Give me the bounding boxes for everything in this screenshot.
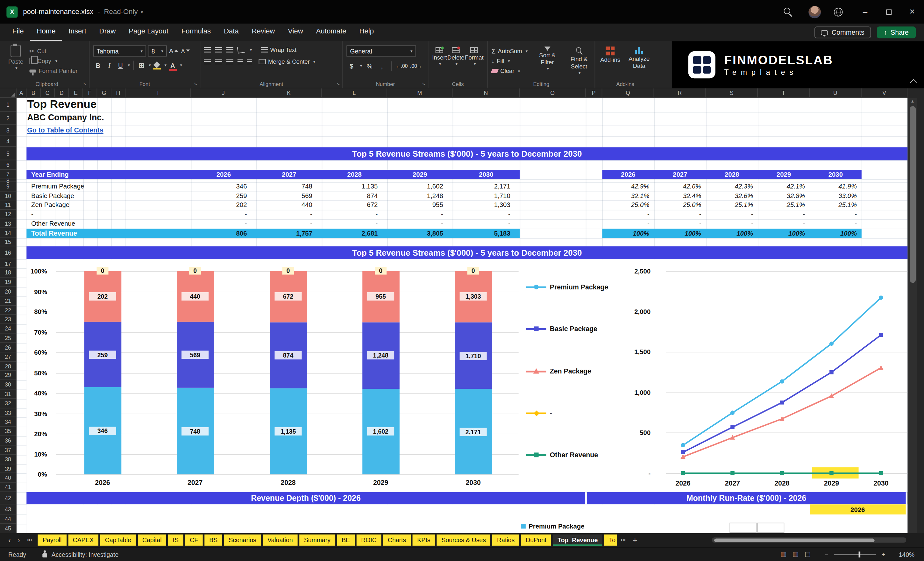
column-header-J[interactable]: J [191, 88, 256, 98]
cell-pct[interactable]: 42.1% [760, 182, 805, 191]
dialog-launcher-icon[interactable]: ↘ [336, 81, 340, 87]
cell-value[interactable]: 259 [193, 191, 247, 201]
sheet-tab-bs[interactable]: BS [204, 535, 222, 546]
sheet-tab-sources-uses[interactable]: Sources & Uses [437, 535, 490, 546]
dialog-launcher-icon[interactable]: ↘ [194, 81, 197, 87]
column-header-K[interactable]: K [256, 88, 322, 98]
sheet-tab-to[interactable]: To [604, 535, 617, 546]
page-break-view-icon[interactable]: ▤ [805, 550, 811, 558]
column-header-G[interactable]: G [97, 88, 111, 98]
column-header-A[interactable]: A [16, 88, 26, 98]
decrease-indent-icon[interactable] [237, 59, 243, 64]
cell-value[interactable]: - [324, 219, 378, 228]
align-center-icon[interactable] [215, 59, 222, 64]
search-icon[interactable] [784, 8, 792, 16]
page-layout-view-icon[interactable]: ▥ [792, 550, 798, 558]
accounting-format-button[interactable]: $ [346, 61, 356, 71]
row-header-32[interactable]: 32 [0, 399, 16, 408]
cell-value[interactable]: 1,602 [389, 182, 443, 191]
format-painter-button[interactable]: Format Painter [29, 66, 78, 76]
cell-value[interactable]: 1,135 [324, 182, 378, 191]
cell-pct[interactable]: - [604, 219, 650, 228]
cell-value[interactable]: 748 [258, 182, 312, 191]
menu-formulas[interactable]: Formulas [175, 24, 217, 41]
row-header-9[interactable]: 9 [0, 182, 16, 191]
cell-pct[interactable]: - [708, 219, 753, 228]
zoom-level[interactable]: 140% [893, 551, 915, 558]
row-header-10[interactable]: 10 [0, 191, 16, 201]
cell-pct[interactable]: - [812, 210, 857, 219]
cut-button[interactable]: ✂Cut [29, 46, 78, 56]
cell-pct[interactable]: - [708, 210, 753, 219]
row-header-36[interactable]: 36 [0, 436, 16, 446]
cell-value[interactable]: 569 [258, 191, 312, 201]
column-header-U[interactable]: U [810, 88, 862, 98]
column-header-T[interactable]: T [758, 88, 810, 98]
cell-value[interactable]: 955 [389, 201, 443, 210]
cell-value[interactable]: - [455, 219, 510, 228]
align-right-icon[interactable] [226, 59, 233, 64]
insert-cells-button[interactable]: Insert▾ [432, 47, 447, 80]
row-header-6[interactable]: 6 [0, 160, 16, 170]
cell-value[interactable]: 202 [193, 201, 247, 210]
cell-value[interactable]: - [193, 210, 247, 219]
row-header-37[interactable]: 37 [0, 446, 16, 454]
row-header-39[interactable]: 39 [0, 464, 16, 474]
cell-pct[interactable]: - [657, 219, 702, 228]
share-button[interactable]: ↑Share [877, 26, 916, 38]
row-header-34[interactable]: 34 [0, 417, 16, 427]
italic-button[interactable]: I [104, 60, 114, 70]
read-only-badge[interactable]: Read-Only [104, 8, 138, 16]
cell-value[interactable]: 672 [324, 201, 378, 210]
column-header-P[interactable]: P [586, 88, 602, 98]
column-header-O[interactable]: O [520, 88, 585, 98]
row-header-22[interactable]: 22 [0, 306, 16, 315]
cell-value[interactable]: 2,171 [455, 182, 510, 191]
cell-value[interactable]: 874 [324, 191, 378, 201]
menu-draw[interactable]: Draw [93, 24, 122, 41]
menu-view[interactable]: View [282, 24, 309, 41]
cell-value[interactable]: - [258, 210, 312, 219]
sheet-tab-charts[interactable]: Charts [383, 535, 411, 546]
row-header-26[interactable]: 26 [0, 343, 16, 352]
column-header-L[interactable]: L [322, 88, 387, 98]
sheet-next-button[interactable]: › [14, 536, 24, 544]
font-size-select[interactable]: 8▾ [148, 45, 167, 57]
row-header-25[interactable]: 25 [0, 334, 16, 343]
normal-view-icon[interactable]: ▦ [780, 550, 786, 558]
menu-insert[interactable]: Insert [62, 24, 93, 41]
sort-filter-button[interactable]: Sort & Filter▾ [535, 46, 560, 80]
cell-value[interactable]: 1,248 [389, 191, 443, 201]
cell-pct[interactable]: 32.6% [708, 191, 753, 201]
row-header-19[interactable]: 19 [0, 278, 16, 287]
row-header-13[interactable]: 13 [0, 219, 16, 228]
cell-pct[interactable]: - [760, 219, 805, 228]
borders-button[interactable]: ⊞ [136, 60, 146, 70]
menu-file[interactable]: File [6, 24, 31, 41]
wrap-text-button[interactable]: Wrap Text [261, 46, 296, 53]
sheet-tab-roic[interactable]: ROIC [356, 535, 381, 546]
minimize-button[interactable]: – [854, 0, 877, 24]
sheet-tab-cf[interactable]: CF [185, 535, 203, 546]
legend-item[interactable]: Premium Package [526, 282, 630, 292]
sheet-tab-is[interactable]: IS [168, 535, 183, 546]
cell-value[interactable]: 1,710 [455, 191, 510, 201]
row-header-2[interactable]: 2 [0, 112, 16, 125]
cell-value[interactable]: 440 [258, 201, 312, 210]
selected-year-cell[interactable]: 2026 [810, 504, 906, 514]
row-header-15[interactable]: 15 [0, 238, 16, 246]
align-middle-icon[interactable] [215, 47, 222, 52]
column-header-D[interactable]: D [55, 88, 69, 98]
sheet-tab-capital[interactable]: Capital [138, 535, 166, 546]
legend-item[interactable]: - [526, 408, 630, 418]
paste-button[interactable]: Paste ▾ [8, 45, 23, 80]
cell-pct[interactable]: 32.8% [760, 191, 805, 201]
font-name-select[interactable]: Tahoma▾ [93, 45, 146, 57]
increase-indent-icon[interactable] [247, 59, 252, 64]
comma-style-button[interactable]: , [377, 61, 387, 71]
menu-page-layout[interactable]: Page Layout [122, 24, 175, 41]
clear-button[interactable]: Clear▾ [492, 66, 528, 76]
dialog-launcher-icon[interactable]: ↘ [83, 81, 87, 87]
column-header-S[interactable]: S [706, 88, 758, 98]
column-header-E[interactable]: E [69, 88, 83, 98]
